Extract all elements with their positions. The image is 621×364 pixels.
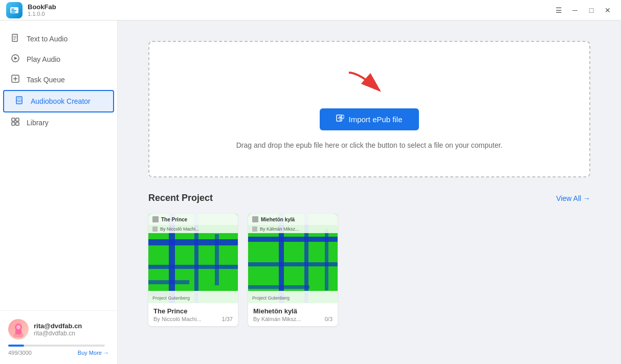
svg-rect-29 bbox=[148, 239, 238, 245]
svg-rect-33 bbox=[148, 280, 189, 284]
svg-rect-19 bbox=[12, 122, 15, 125]
svg-marker-9 bbox=[14, 57, 17, 60]
sidebar-label-audiobook-creator: Audiobook Creator bbox=[31, 97, 91, 105]
svg-rect-24 bbox=[15, 329, 21, 334]
sidebar-footer: rita@dvdfab.cn rita@dvdfab.cn 499/3000 B… bbox=[0, 310, 117, 364]
drop-zone[interactable]: Import ePub file Drag and drop the epub … bbox=[148, 41, 590, 177]
svg-rect-20 bbox=[16, 122, 19, 125]
recent-header: Recent Project View All → bbox=[148, 193, 590, 203]
view-all-link[interactable]: View All → bbox=[556, 194, 590, 202]
project-1-meta: By Niccolò Machi... 1/37 bbox=[153, 316, 233, 322]
app-icon bbox=[6, 2, 23, 18]
projects-grid: The Prince By Niccolò Machi... Project G… bbox=[148, 214, 590, 326]
sidebar-item-library[interactable]: Library bbox=[0, 112, 117, 133]
title-bar-left: BookFab 1.1.0.0 bbox=[6, 2, 56, 18]
project-2-author-meta: By Kálmán Miksz... bbox=[253, 316, 301, 322]
sidebar-nav: Text to Audio Play Audio bbox=[0, 20, 117, 310]
project-card-miehetön-kyla[interactable]: Miehetön kylä By Kálmán Miksz... Project… bbox=[248, 214, 338, 326]
import-button-label: Import ePub file bbox=[348, 115, 402, 124]
project-thumbnail-miehetön: Miehetön kylä By Kálmán Miksz... Project… bbox=[248, 214, 338, 303]
sidebar-label-task-queue: Task Queue bbox=[27, 76, 65, 84]
project-2-progress: 0/3 bbox=[325, 316, 332, 322]
usage-bar-fill bbox=[8, 345, 24, 347]
document-icon bbox=[10, 34, 20, 44]
project-2-author: By Kálmán Miksz... bbox=[260, 226, 299, 232]
drop-text: Drag and drop the epub file here or clic… bbox=[236, 140, 503, 151]
thumbnail-bg-1: The Prince By Niccolò Machi... Project G… bbox=[148, 214, 238, 303]
sidebar-item-audiobook-creator[interactable]: Audiobook Creator bbox=[3, 90, 114, 112]
project-1-progress: 1/37 bbox=[222, 316, 233, 322]
project-1-info: The Prince By Niccolò Machi... 1/37 bbox=[148, 303, 238, 326]
drop-zone-wrapper: Import ePub file Drag and drop the epub … bbox=[118, 20, 621, 193]
avatar bbox=[8, 319, 29, 339]
user-details: rita@dvdfab.cn rita@dvdfab.cn bbox=[34, 322, 82, 337]
app-name: BookFab bbox=[28, 3, 56, 11]
title-bar: BookFab 1.1.0.0 ☰ ─ □ ✕ bbox=[0, 0, 621, 20]
project-2-info: Miehetön kylä By Kálmán Miksz... 0/3 bbox=[248, 303, 338, 326]
add-box-icon bbox=[10, 75, 20, 85]
app-version: 1.1.0.0 bbox=[28, 11, 56, 17]
menu-button[interactable]: ☰ bbox=[551, 3, 566, 17]
project-1-header-title: The Prince bbox=[161, 217, 187, 222]
import-epub-button[interactable]: Import ePub file bbox=[320, 108, 418, 130]
svg-rect-18 bbox=[16, 118, 19, 121]
buy-more-link[interactable]: Buy More → bbox=[78, 350, 109, 356]
svg-rect-47 bbox=[252, 226, 257, 232]
arrow-indicator bbox=[344, 67, 395, 100]
svg-rect-1 bbox=[11, 9, 14, 10]
svg-rect-2 bbox=[11, 10, 16, 11]
sidebar: Text to Audio Play Audio bbox=[0, 20, 118, 364]
project-2-header-title: Miehetön kylä bbox=[261, 217, 295, 222]
app-title-group: BookFab 1.1.0.0 bbox=[28, 3, 56, 17]
svg-rect-39 bbox=[248, 237, 338, 242]
svg-rect-34 bbox=[215, 234, 219, 285]
usage-labels-row: 499/3000 Buy More → bbox=[8, 350, 109, 356]
usage-row bbox=[8, 345, 109, 347]
usage-text: 499/3000 bbox=[8, 350, 32, 356]
svg-rect-17 bbox=[12, 118, 15, 121]
project-2-footer: Project Gutenberg bbox=[252, 295, 290, 301]
svg-rect-41 bbox=[248, 262, 338, 266]
svg-rect-44 bbox=[325, 229, 328, 290]
svg-rect-43 bbox=[248, 285, 309, 289]
sidebar-item-text-to-audio[interactable]: Text to Audio bbox=[0, 29, 117, 49]
recent-title: Recent Project bbox=[148, 193, 213, 203]
project-1-author-meta: By Niccolò Machi... bbox=[153, 316, 202, 322]
recent-section: Recent Project View All → bbox=[118, 193, 621, 342]
close-button[interactable]: ✕ bbox=[601, 3, 615, 17]
maximize-button[interactable]: □ bbox=[584, 3, 598, 17]
svg-rect-36 bbox=[152, 216, 159, 222]
thumbnail-bg-2: Miehetön kylä By Kálmán Miksz... Project… bbox=[248, 214, 338, 303]
sidebar-item-task-queue[interactable]: Task Queue bbox=[0, 70, 117, 90]
user-email-secondary: rita@dvdfab.cn bbox=[34, 330, 82, 337]
project-1-author: By Niccolò Machi... bbox=[160, 226, 199, 232]
content-area: Import ePub file Drag and drop the epub … bbox=[118, 20, 621, 364]
import-icon bbox=[336, 115, 344, 124]
project-1-name: The Prince bbox=[153, 307, 233, 315]
user-email-primary: rita@dvdfab.cn bbox=[34, 322, 82, 330]
play-icon bbox=[10, 54, 20, 64]
svg-rect-37 bbox=[152, 226, 158, 232]
sidebar-item-play-audio[interactable]: Play Audio bbox=[0, 49, 117, 70]
project-2-name: Miehetön kylä bbox=[253, 307, 332, 315]
project-2-meta: By Kálmán Miksz... 0/3 bbox=[253, 316, 332, 322]
svg-rect-31 bbox=[148, 265, 238, 269]
book-icon bbox=[14, 96, 25, 106]
project-card-the-prince[interactable]: The Prince By Niccolò Machi... Project G… bbox=[148, 214, 238, 326]
user-info: rita@dvdfab.cn rita@dvdfab.cn bbox=[8, 319, 109, 339]
svg-rect-3 bbox=[11, 12, 15, 13]
title-bar-controls: ☰ ─ □ ✕ bbox=[551, 3, 615, 17]
project-thumbnail-the-prince: The Prince By Niccolò Machi... Project G… bbox=[148, 214, 238, 303]
minimize-button[interactable]: ─ bbox=[568, 3, 582, 17]
avatar-inner bbox=[8, 319, 29, 339]
project-1-footer: Project Gutenberg bbox=[152, 295, 190, 301]
svg-point-22 bbox=[16, 325, 20, 329]
grid-icon bbox=[10, 118, 20, 128]
usage-bar-bg bbox=[8, 345, 105, 347]
svg-rect-46 bbox=[252, 216, 258, 222]
sidebar-label-play-audio: Play Audio bbox=[27, 55, 60, 63]
sidebar-label-text-to-audio: Text to Audio bbox=[27, 35, 68, 43]
main-layout: Text to Audio Play Audio bbox=[0, 20, 621, 364]
sidebar-label-library: Library bbox=[27, 119, 49, 127]
